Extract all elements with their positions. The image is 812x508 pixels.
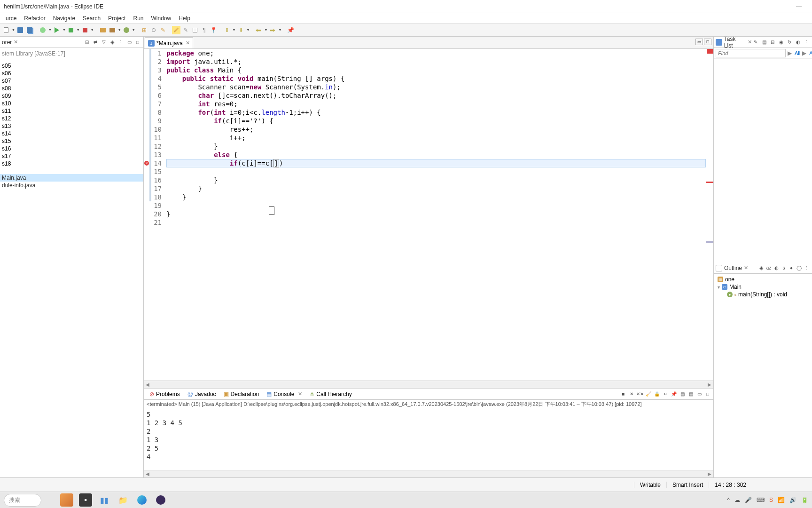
- new-button[interactable]: [2, 26, 10, 34]
- taskbar-widgets-icon[interactable]: ▮▮: [98, 493, 111, 507]
- outline-hide-static-button[interactable]: s: [780, 264, 788, 272]
- new-type-button[interactable]: [108, 26, 117, 34]
- tray-input-icon[interactable]: ⌨: [757, 497, 765, 503]
- menu-source[interactable]: urce: [2, 14, 20, 23]
- close-icon[interactable]: ✕: [14, 39, 18, 45]
- new-task-button[interactable]: ✎: [752, 39, 759, 46]
- code-editor[interactable]: ✕ 123456789101112131415161718192021 pack…: [144, 49, 713, 381]
- open-console-button[interactable]: ▤: [687, 390, 695, 398]
- word-wrap-button[interactable]: ↩: [662, 390, 669, 398]
- tray-battery-icon[interactable]: 🔋: [801, 497, 808, 503]
- external-tools-button[interactable]: [81, 26, 89, 34]
- tree-item[interactable]: s17: [0, 152, 143, 160]
- sync-button[interactable]: ↻: [786, 39, 793, 46]
- minimize-bottom-button[interactable]: ▭: [695, 390, 703, 398]
- clear-console-button[interactable]: 🧹: [645, 390, 652, 398]
- back-button[interactable]: ⬅: [254, 26, 263, 34]
- tree-item[interactable]: s15: [0, 137, 143, 145]
- task-activate-link[interactable]: Activate...: [809, 50, 812, 56]
- file-main-java[interactable]: Main.java: [0, 174, 143, 182]
- tray-app-icon[interactable]: S: [769, 497, 773, 503]
- remove-all-button[interactable]: ✕✕: [636, 390, 644, 398]
- taskbar-terminal-icon[interactable]: ▪: [79, 493, 92, 507]
- search-button[interactable]: [149, 26, 158, 34]
- task-all-link[interactable]: All: [795, 50, 800, 56]
- pin-editor-button[interactable]: 📌: [286, 26, 295, 34]
- editor-tab-main[interactable]: J *Main.java ✕: [145, 37, 193, 48]
- tree-item[interactable]: s18: [0, 160, 143, 167]
- menu-refactor[interactable]: Refactor: [20, 14, 49, 23]
- filter-button[interactable]: ▽: [100, 39, 108, 46]
- taskbar-explorer-icon[interactable]: 📁: [117, 493, 130, 507]
- taskbar-eclipse-icon[interactable]: [154, 493, 167, 507]
- tab-javadoc[interactable]: @Javadoc: [184, 390, 220, 398]
- hide-button[interactable]: ◐: [794, 39, 802, 46]
- outline-hide-local-button[interactable]: ◯: [795, 264, 803, 272]
- terminate-button[interactable]: ■: [619, 390, 627, 398]
- tab-call-hierarchy[interactable]: ⋔Call Hierarchy: [306, 390, 355, 398]
- toggle-highlight-button[interactable]: [172, 26, 180, 34]
- block-select-button[interactable]: [191, 26, 199, 34]
- outline-package[interactable]: ▦ one: [716, 276, 810, 283]
- run-button[interactable]: [53, 26, 61, 34]
- task-list-body[interactable]: [714, 59, 812, 262]
- close-tasklist-icon[interactable]: ✕: [748, 39, 752, 45]
- menu-search[interactable]: Search: [79, 14, 104, 23]
- new-class-button[interactable]: [122, 26, 131, 34]
- link-editor-button[interactable]: ⇄: [92, 39, 99, 46]
- tree-item[interactable]: s10: [0, 100, 143, 107]
- outline-menu-button[interactable]: ⋮: [803, 264, 810, 272]
- tab-declaration[interactable]: ▣Declaration: [220, 390, 263, 398]
- remove-launch-button[interactable]: ✕: [628, 390, 635, 398]
- outline-class[interactable]: ▾ C Main: [716, 283, 810, 291]
- new-package-button[interactable]: [99, 26, 107, 34]
- minimize-view-button[interactable]: ▭: [125, 39, 133, 46]
- menu-window[interactable]: Window: [147, 14, 175, 23]
- file-module-info[interactable]: dule-info.java: [0, 182, 143, 189]
- taskbar-app-icon[interactable]: [60, 493, 73, 507]
- tree-item[interactable]: s13: [0, 122, 143, 130]
- pin-console-button[interactable]: 📌: [670, 390, 678, 398]
- tree-item[interactable]: s09: [0, 92, 143, 100]
- save-all-button[interactable]: [25, 26, 34, 34]
- close-outline-icon[interactable]: ✕: [744, 265, 748, 271]
- tree-item[interactable]: s16: [0, 145, 143, 152]
- tree-item[interactable]: s08: [0, 85, 143, 92]
- categorize-button[interactable]: ▤: [760, 39, 768, 46]
- menu-project[interactable]: Project: [104, 14, 129, 23]
- outline-hide-nonpublic-button[interactable]: ●: [788, 264, 795, 272]
- open-type-button[interactable]: ⊞: [140, 26, 148, 34]
- library-node[interactable]: stem Library [JavaSE-17]: [0, 50, 143, 57]
- tray-chevron-icon[interactable]: ^: [727, 497, 730, 503]
- outline-focus-button[interactable]: ◉: [757, 264, 765, 272]
- system-tray[interactable]: ^ ☁ 🎤 ⌨ S 📶 🔊 🔋: [727, 497, 808, 503]
- focus-button[interactable]: ◉: [109, 39, 116, 46]
- next-annotation-button[interactable]: ⬇: [237, 26, 245, 34]
- display-selected-button[interactable]: ▤: [679, 390, 686, 398]
- tray-volume-icon[interactable]: 🔊: [789, 497, 796, 503]
- maximize-view-button[interactable]: □: [134, 39, 141, 46]
- close-console-icon[interactable]: ✕: [298, 391, 302, 397]
- show-whitespace-button[interactable]: ¶: [200, 26, 209, 34]
- save-button[interactable]: [16, 26, 24, 34]
- tree-item[interactable]: s11: [0, 107, 143, 115]
- taskbar-edge-icon[interactable]: [135, 493, 148, 507]
- menu-navigate[interactable]: Navigate: [49, 14, 79, 23]
- outline-tree[interactable]: ▦ one ▾ C Main ● s main(String[]) : void: [714, 274, 812, 477]
- forward-button[interactable]: ➡: [268, 26, 277, 34]
- tray-mic-icon[interactable]: 🎤: [745, 497, 752, 503]
- outline-sort-button[interactable]: az: [765, 264, 773, 272]
- tree-item[interactable]: s12: [0, 115, 143, 122]
- outline-method[interactable]: ● s main(String[]) : void: [716, 291, 810, 298]
- menu-help[interactable]: Help: [175, 14, 194, 23]
- outline-hide-fields-button[interactable]: ◐: [773, 264, 780, 272]
- overview-ruler[interactable]: [706, 49, 713, 381]
- scroll-lock-button[interactable]: 🔒: [653, 390, 661, 398]
- menu-run[interactable]: Run: [129, 14, 147, 23]
- tab-console[interactable]: ▤Console✕: [263, 390, 306, 398]
- toggle-mark-button[interactable]: ✎: [159, 26, 167, 34]
- minimize-editor-button[interactable]: ▭: [695, 39, 703, 45]
- collapse-button[interactable]: ⊟: [769, 39, 776, 46]
- tray-onedrive-icon[interactable]: ☁: [734, 497, 740, 503]
- pin-button[interactable]: 📍: [210, 26, 218, 34]
